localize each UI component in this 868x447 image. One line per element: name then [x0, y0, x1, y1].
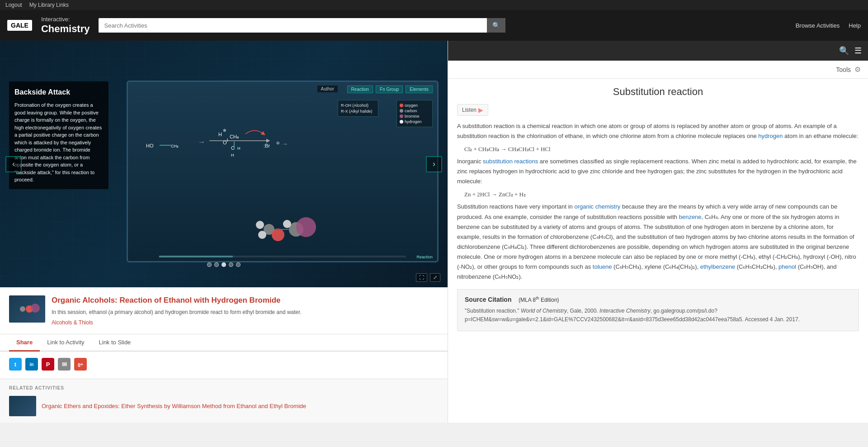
panel-fn-group: Fn Group — [376, 86, 403, 93]
play-icon[interactable]: ▶ — [478, 106, 483, 114]
chemical-diagram: HO CH₃ → H ⊕ CH₃ O C H H :Br — [132, 95, 322, 186]
search-bar: 🔍 — [99, 18, 505, 33]
substitution-reactions-link[interactable]: substitution reactions — [483, 158, 538, 165]
svg-text:CH₃: CH₃ — [230, 134, 239, 139]
svg-text:H: H — [218, 132, 222, 137]
activity-thumbnail — [9, 295, 45, 323]
thumb-svg — [14, 300, 41, 318]
listen-label: Listen — [462, 107, 476, 113]
next-arrow[interactable]: › — [426, 156, 442, 172]
help-link[interactable]: Help — [849, 22, 861, 29]
author-badge: Author — [317, 86, 338, 92]
info-panel: Organic Alcohols: Reaction of Ethanol wi… — [0, 287, 448, 334]
svg-text:CH₃: CH₃ — [171, 144, 179, 148]
gale-logo: GALE — [7, 20, 32, 31]
svg-point-25 — [20, 306, 25, 312]
menu-icon[interactable]: ☰ — [854, 46, 862, 56]
source-citation-title: Source Citation (MLA 8th Edition) — [465, 296, 851, 303]
svg-text:⊖: ⊖ — [276, 141, 280, 145]
equation-1: Cl₂ + CH₃CH₃ → CH₃CH₂Cl + HCl — [464, 146, 859, 153]
svg-text:→: → — [198, 138, 205, 146]
svg-text:HO: HO — [146, 143, 154, 148]
header-subtitle: Interactive: — [41, 16, 90, 23]
svg-point-24 — [296, 217, 316, 237]
top-navigation: Logout My Library Links — [0, 0, 868, 10]
overlay-title: Backside Attack — [14, 87, 103, 98]
fn-group-box: R-OH (Alcohol) R-X (Alkyl halide) — [338, 100, 378, 117]
source-edition: (MLA 8th Edition) — [519, 297, 559, 303]
article-body-3: Substitution reactions have very importa… — [457, 202, 859, 282]
related-item-link[interactable]: Organic Ethers and Epoxides: Ether Synth… — [42, 403, 306, 409]
svg-point-18 — [256, 221, 264, 229]
header-links: Browse Activities Help — [796, 22, 861, 29]
search-button[interactable]: 🔍 — [487, 18, 505, 33]
source-citation: Source Citation (MLA 8th Edition) "Subst… — [457, 289, 859, 331]
related-label: RELATED ACTIVITIES — [9, 385, 439, 390]
activity-info: Organic Alcohols: Reaction of Ethanol wi… — [52, 295, 439, 326]
device-screen: Reaction Fn Group Elements Author HO CH₃ — [127, 81, 439, 262]
benzene-link[interactable]: benzene — [679, 214, 702, 220]
share-section: t in P ✉ g+ — [0, 352, 448, 379]
phenol-link[interactable]: phenol — [778, 263, 796, 270]
expand-button[interactable]: ⤢ — [430, 273, 440, 282]
prev-arrow[interactable]: ‹ — [5, 156, 22, 172]
panel-labels: Reaction Fn Group Elements — [347, 86, 433, 93]
hydrogen-link[interactable]: hydrogen — [758, 133, 783, 139]
fullscreen-button[interactable]: ⛶ — [416, 273, 427, 282]
text-overlay: Backside Attack Protonation of the oxyge… — [9, 81, 108, 189]
category-link[interactable]: Alcohols & Thiols — [52, 319, 93, 326]
reaction-label-bottom: Reaction — [416, 255, 433, 259]
svg-point-23 — [283, 220, 291, 228]
search-icon[interactable]: 🔍 — [839, 46, 849, 56]
article-content: Substitution reaction Listen ▶ A substit… — [448, 79, 868, 423]
thumbnail-inner — [9, 295, 45, 323]
overlay-description: Protonation of the oxygen creates a good… — [14, 101, 103, 184]
tabs-bar: Share Link to Activity Link to Slide — [0, 334, 448, 352]
related-thumbnail — [9, 396, 36, 416]
listen-button[interactable]: Listen ▶ — [457, 104, 488, 116]
header: GALE Interactive: Chemistry 🔍 Browse Act… — [0, 10, 868, 41]
related-activities-section: RELATED ACTIVITIES Organic Ethers and Ep… — [0, 379, 448, 423]
tab-share[interactable]: Share — [9, 334, 40, 352]
source-citation-body: "Substitution reaction." World of Chemis… — [465, 307, 851, 324]
elements-legend: oxygen carbon bromine hydrogen — [396, 100, 433, 127]
tools-gear-icon[interactable]: ⚙ — [854, 65, 861, 74]
svg-point-27 — [31, 304, 40, 313]
library-links[interactable]: My Library Links — [29, 2, 69, 8]
right-panel-header: 🔍 ☰ — [448, 41, 868, 61]
tab-link-activity[interactable]: Link to Activity — [40, 334, 91, 352]
email-button[interactable]: ✉ — [58, 358, 71, 371]
svg-text:O: O — [223, 140, 227, 145]
dot-3[interactable] — [222, 262, 226, 267]
browse-activities-link[interactable]: Browse Activities — [796, 22, 840, 29]
svg-text:⊕: ⊕ — [223, 128, 226, 133]
search-input[interactable] — [99, 19, 487, 33]
dot-5[interactable] — [236, 262, 241, 267]
twitter-button[interactable]: t — [9, 358, 22, 371]
panel-elements: Elements — [406, 86, 433, 93]
dot-2[interactable] — [214, 262, 219, 267]
tools-bar: Tools ⚙ — [448, 61, 868, 79]
tab-link-slide[interactable]: Link to Slide — [92, 334, 138, 352]
ethylbenzene-link[interactable]: ethylbenzene — [700, 263, 735, 270]
svg-text:H: H — [237, 146, 241, 151]
viewer-controls: ⛶ ⤢ — [416, 273, 440, 282]
logout-link[interactable]: Logout — [5, 2, 22, 8]
header-title: Interactive: Chemistry — [41, 16, 90, 35]
slide-indicators — [207, 262, 241, 267]
organic-chemistry-link[interactable]: organic chemistry — [574, 203, 620, 210]
toluene-link[interactable]: toluene — [593, 263, 612, 270]
progress-bar[interactable] — [159, 256, 406, 257]
dot-1[interactable] — [207, 262, 212, 267]
dot-4[interactable] — [229, 262, 233, 267]
linkedin-button[interactable]: in — [25, 358, 38, 371]
article-title: Substitution reaction — [457, 86, 859, 98]
svg-text::Br: :Br — [264, 143, 270, 148]
pinterest-button[interactable]: P — [42, 358, 54, 371]
left-panel: Backside Attack Protonation of the oxyge… — [0, 41, 448, 423]
related-item: Organic Ethers and Epoxides: Ether Synth… — [9, 396, 439, 416]
tools-label: Tools — [836, 66, 851, 73]
main-layout: Backside Attack Protonation of the oxyge… — [0, 41, 868, 423]
right-panel: 🔍 ☰ Tools ⚙ Substitution reaction Listen… — [448, 41, 868, 423]
google-button[interactable]: g+ — [74, 358, 87, 371]
